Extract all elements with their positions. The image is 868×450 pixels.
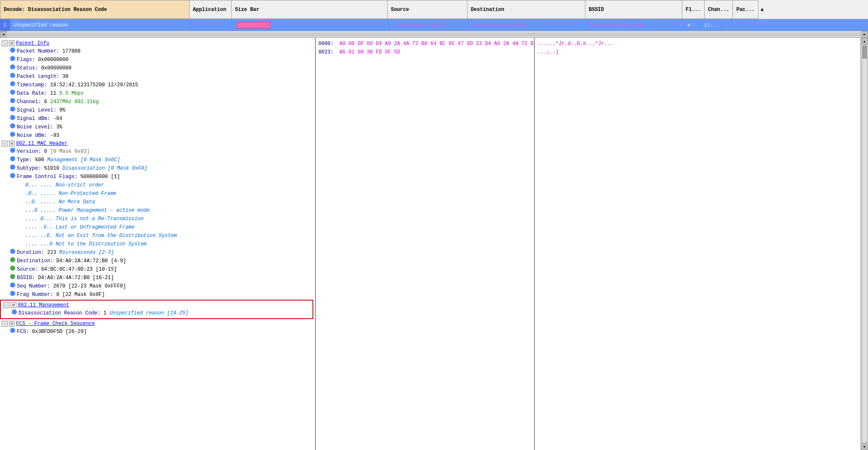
field-timestamp: Timestamp: 18:52:42.123175200 12/29/2015 xyxy=(0,81,315,89)
bullet-icon xyxy=(10,56,15,61)
flag-last-frag: .... .0.. Last or Unfragmented Frame xyxy=(0,223,315,232)
ascii-line-0: ......*Jr.d..G.#...*Jr... xyxy=(535,40,860,48)
col-pac: Pac... xyxy=(733,0,758,19)
bullet-icon xyxy=(12,309,17,314)
collapse-mgmt-icon[interactable]: - xyxy=(3,302,9,308)
horizontal-scrollbar[interactable]: ◀ ▶ xyxy=(0,31,868,38)
bullet-icon xyxy=(10,48,15,53)
field-flags: Flags: 0x00000000 xyxy=(0,56,315,64)
field-data-rate: Data Rate: 11 5.5 Mbps xyxy=(0,89,315,98)
field-destination: Destination: D4:A0:2A:4A:72:B0 [4-9] xyxy=(0,257,315,265)
scroll-track[interactable] xyxy=(8,33,860,36)
bullet-icon xyxy=(10,173,15,178)
scroll-up-icon[interactable]: ▲ xyxy=(758,0,766,19)
packet-detail-panel: - ▽ Packet Info Packet Number: 177008 Fl… xyxy=(0,38,316,450)
flag-non-protected: .0.. ..... Non-Protected Frame xyxy=(0,189,315,198)
hex-line-1: 0023: A6 01 00 3B FD 0F 5D xyxy=(316,48,534,56)
expand-icon-2[interactable]: ▽ xyxy=(9,40,15,46)
bullet-icon xyxy=(10,98,15,103)
flag-not-exit-ds: .... ..0. Not an Exit from the Distribut… xyxy=(0,232,315,240)
field-signal-level: Signal Level: 9% xyxy=(0,106,315,114)
col-chan: Chan... xyxy=(705,0,733,19)
col-source: Source xyxy=(387,0,467,19)
flag-no-more-data: ..0. ..... No More Data xyxy=(0,198,315,206)
col-bssid: BSSID xyxy=(585,0,682,19)
field-type: Type: %00 Management [0 Mask 0x0C] xyxy=(0,156,315,164)
bullet-icon xyxy=(10,282,15,288)
bullet-icon xyxy=(10,291,15,296)
expand-mac-icon[interactable]: ▽ xyxy=(9,141,15,146)
scroll-thumb[interactable] xyxy=(863,46,867,59)
packet-bssid: ◆ D4:A0:2A:4A:72:B0 * xyxy=(587,19,684,31)
management-label[interactable]: 802.11 Management xyxy=(18,302,69,308)
packet-source: ✦ 64:BC:0C:47:0D:23 xyxy=(389,19,469,31)
flag-not-to-ds: .... ...0 Not to the Distribution System xyxy=(0,240,315,248)
flag-retransmit: .... 0... This is not a Re-Transmission xyxy=(0,215,315,223)
mac-header-section[interactable]: - ▽ 802.11 MAC Header xyxy=(0,140,315,147)
header-bar: Decode: Disassociation Reason Code Appli… xyxy=(0,0,868,19)
packet-fl: 6 xyxy=(684,19,701,31)
bullet-icon xyxy=(10,132,15,137)
bullet-green-icon xyxy=(10,274,15,279)
bullet-icon xyxy=(10,107,15,112)
packet-destination: ◆ D4:A0:2A:4A:72:B0 xyxy=(469,19,587,31)
bullet-green-icon xyxy=(10,266,15,271)
main-area: - ▽ Packet Info Packet Number: 177008 Fl… xyxy=(0,38,868,450)
field-source: Source: 64:BC:0C:47:0D:23 [10-15] xyxy=(0,265,315,274)
collapse-mac-icon[interactable]: - xyxy=(2,141,8,146)
bullet-icon xyxy=(10,156,15,161)
management-section-highlighted: - ▽ 802.11 Management Disassociation Rea… xyxy=(0,300,313,319)
field-version: Version: 0 [0 Mask 0x03] xyxy=(0,147,315,156)
bullet-green-icon xyxy=(10,257,15,262)
packet-number: 1 xyxy=(0,19,10,31)
packet-text: Unspecified reason xyxy=(10,19,191,31)
mac-header-label[interactable]: 802.11 MAC Header xyxy=(16,141,67,146)
bullet-icon xyxy=(10,148,15,153)
management-header[interactable]: - ▽ 802.11 Management xyxy=(2,301,312,309)
col-fl: Fl... xyxy=(682,0,705,19)
field-channel: Channel: 6 2437MHz 802.11bg xyxy=(0,98,315,106)
vertical-scrollbar[interactable]: ▲ ▼ xyxy=(860,38,868,450)
field-subtype: Subtype: %1010 Disassociation [0 Mask 0x… xyxy=(0,164,315,173)
scroll-left-btn[interactable]: ◀ xyxy=(0,31,7,38)
bullet-icon xyxy=(10,73,15,78)
packet-info-header[interactable]: - ▽ Packet Info xyxy=(0,40,315,47)
hex-line-0: 0000: A0 00 DF 00 D4 A0 2A 4A 72 B0 64 B… xyxy=(316,40,534,48)
packet-application xyxy=(191,19,233,31)
field-disassoc-reason: Disassociation Reason Code: 1 Unspecifie… xyxy=(2,309,312,317)
expand-fcs-icon[interactable]: ▽ xyxy=(9,321,15,327)
ascii-line-1: ...;..] xyxy=(535,48,860,56)
collapse-icon[interactable]: - xyxy=(2,40,8,46)
fcs-header[interactable]: - ▽ FCS - Frame Check Sequence xyxy=(0,320,315,328)
scroll-right-btn[interactable]: ▶ xyxy=(861,31,868,38)
packet-chan: 17... xyxy=(701,19,722,31)
col-destination: Destination xyxy=(467,0,585,19)
col-sizebar: Size Bar xyxy=(232,0,387,19)
packet-info-label[interactable]: Packet Info xyxy=(16,40,49,46)
bullet-icon xyxy=(10,328,15,333)
collapse-fcs-icon[interactable]: - xyxy=(2,321,8,327)
bullet-icon xyxy=(10,90,15,95)
scroll-down-btn[interactable]: ▼ xyxy=(861,443,868,450)
scroll-up-btn[interactable]: ▲ xyxy=(861,38,868,45)
col-application: Application xyxy=(190,0,232,19)
fcs-label[interactable]: FCS - Frame Check Sequence xyxy=(16,321,95,327)
field-frag-number: Frag Number: 0 [22 Mask 0x0F] xyxy=(0,290,315,299)
field-seq-number: Seq Number: 2670 [22-23 Mask 0xFFF0] xyxy=(0,282,315,290)
expand-mgmt-icon[interactable]: ▽ xyxy=(11,302,16,308)
field-signal-dbm: Signal dBm: -84 xyxy=(0,114,315,123)
bullet-icon xyxy=(10,81,15,86)
packet-row[interactable]: 1 Unspecified reason ✦ 64:BC:0C:47:0D:23… xyxy=(0,19,868,31)
flag-power-mgmt: ...0 ..... Power Management - active mod… xyxy=(0,206,315,215)
field-frame-control-flags: Frame Control Flags: %00000000 [1] xyxy=(0,173,315,181)
field-packet-length: Packet Length: 30 xyxy=(0,72,315,81)
bullet-icon xyxy=(10,123,15,128)
bullet-icon xyxy=(10,64,15,69)
field-status: Status: 0x00000000 xyxy=(0,64,315,72)
scroll-track-v[interactable] xyxy=(862,45,867,442)
field-bssid: BSSID: D4:A0:2A:4A:72:B0 [16-21] xyxy=(0,274,315,282)
field-noise-level: Noise Level: 3% xyxy=(0,123,315,131)
field-packet-number: Packet Number: 177008 xyxy=(0,47,315,56)
bullet-icon xyxy=(10,249,15,254)
hex-panel: 0000: A0 00 DF 00 D4 A0 2A 4A 72 B0 64 B… xyxy=(316,38,535,450)
